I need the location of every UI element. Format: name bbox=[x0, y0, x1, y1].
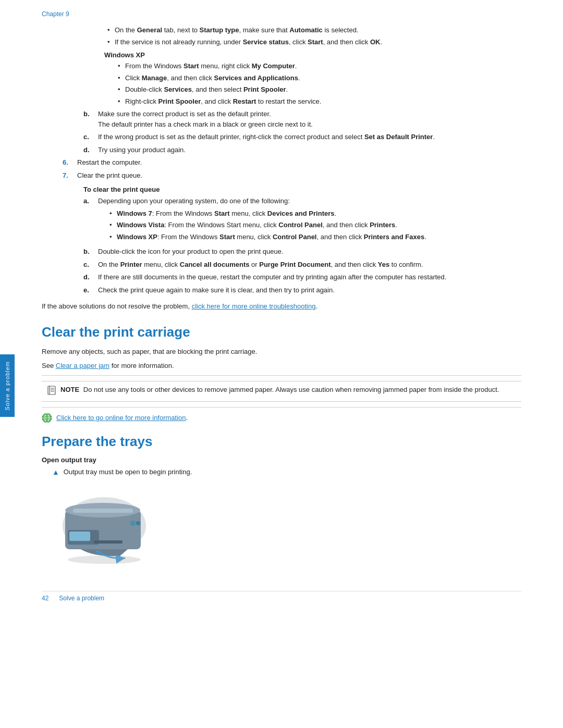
windows-xp-bullets: From the Windows Start menu, right click… bbox=[115, 61, 521, 106]
page: Chapter 9 Solve a problem On the General… bbox=[0, 0, 563, 633]
section1-see-row: See Clear a paper jam for more informati… bbox=[42, 361, 521, 371]
bullet-general-tab-1: On the General tab, next to Startup type… bbox=[104, 25, 521, 35]
sidebar-label: Solve a problem bbox=[4, 361, 10, 411]
open-output-tray-header: Open output tray bbox=[42, 456, 521, 464]
item-d-clear: d. If there are still documents in the q… bbox=[83, 272, 521, 282]
item-b-letter: b. bbox=[83, 109, 98, 129]
general-tab-bullets: On the General tab, next to Startup type… bbox=[104, 25, 521, 47]
item-b-clear-content: Double-click the icon for your product t… bbox=[98, 246, 521, 257]
os-win7: Windows 7: From the Windows Start menu, … bbox=[106, 208, 521, 219]
clear-queue-header: To clear the print queue bbox=[83, 186, 521, 193]
section2-title: Prepare the trays bbox=[42, 434, 521, 450]
triangle-icon: ▲ bbox=[52, 467, 59, 478]
note-icon bbox=[47, 386, 56, 397]
bullet-general-tab-2: If the service is not already running, u… bbox=[104, 37, 521, 47]
footer-label: Solve a problem bbox=[59, 595, 104, 602]
section1-title: Clear the print carriage bbox=[42, 324, 521, 340]
item-7-number: 7. bbox=[63, 170, 77, 181]
note-box: NOTE Do not use any tools or other devic… bbox=[42, 381, 521, 402]
item-7-content: Clear the print queue. bbox=[77, 170, 521, 181]
online-troubleshoot-link[interactable]: click here for more online troubleshooti… bbox=[192, 302, 316, 310]
note-content: NOTE Do not use any tools or other devic… bbox=[60, 386, 499, 393]
sidebar: Solve a problem bbox=[0, 354, 15, 417]
divider-2 bbox=[42, 407, 521, 408]
item-d-content: Try using your product again. bbox=[98, 145, 521, 155]
note-label: NOTE bbox=[60, 386, 79, 393]
online-info-row: Click here to go online for more informa… bbox=[42, 413, 521, 423]
os-vista: Windows Vista: From the Windows Start me… bbox=[106, 220, 521, 230]
item-6: 6. Restart the computer. bbox=[63, 157, 521, 168]
clear-paper-jam-link[interactable]: Clear a paper jam bbox=[56, 362, 109, 369]
item-b: b. Make sure the correct product is set … bbox=[83, 109, 521, 129]
item-6-number: 6. bbox=[63, 157, 77, 168]
svg-point-17 bbox=[130, 521, 136, 526]
wxp-bullet-3: Double-click Services, and then select P… bbox=[115, 84, 521, 95]
item-c: c. If the wrong product is set as the de… bbox=[83, 132, 521, 142]
wxp-bullet-1: From the Windows Start menu, right click… bbox=[115, 61, 521, 71]
item-e-clear: e. Check the print queue again to make s… bbox=[83, 285, 521, 295]
item-7: 7. Clear the print queue. bbox=[63, 170, 521, 181]
item-b-clear: b. Double-click the icon for your produc… bbox=[83, 246, 521, 257]
item-e-clear-letter: e. bbox=[83, 285, 98, 295]
item-c-clear-content: On the Printer menu, click Cancel all do… bbox=[98, 260, 521, 270]
printer-image-area bbox=[52, 484, 521, 570]
printer-image bbox=[52, 484, 156, 570]
globe-icon bbox=[42, 413, 52, 423]
footer: 42 Solve a problem bbox=[42, 591, 521, 602]
item-c-clear: c. On the Printer menu, click Cancel all… bbox=[83, 260, 521, 270]
item-d-clear-content: If there are still documents in the queu… bbox=[98, 272, 521, 282]
os-bullets: Windows 7: From the Windows Start menu, … bbox=[106, 208, 521, 242]
footer-page: 42 bbox=[42, 595, 48, 602]
item-d-letter: d. bbox=[83, 145, 98, 155]
wxp-bullet-2: Click Manage, and then click Services an… bbox=[115, 73, 521, 83]
online-troubleshoot-row: If the above solutions do not resolve th… bbox=[42, 301, 521, 312]
item-c-clear-letter: c. bbox=[83, 260, 98, 270]
online-info-link[interactable]: Click here to go online for more informa… bbox=[56, 414, 186, 422]
wxp-bullet-4: Right-click Print Spooler, and click Res… bbox=[115, 96, 521, 107]
section1-para1: Remove any objects, such as paper, that … bbox=[42, 347, 521, 357]
svg-rect-0 bbox=[48, 386, 55, 394]
item-b-content: Make sure the correct product is set as … bbox=[98, 109, 521, 129]
online-troubleshoot-suffix: . bbox=[315, 302, 317, 310]
item-e-clear-content: Check the print queue again to make sure… bbox=[98, 285, 521, 295]
item-d: d. Try using your product again. bbox=[83, 145, 521, 155]
item-d-clear-letter: d. bbox=[83, 272, 98, 282]
item-b-clear-letter: b. bbox=[83, 246, 98, 257]
item-a-content: Depending upon your operating system, do… bbox=[98, 196, 521, 244]
output-tray-bullet: ▲ Output tray must be open to begin prin… bbox=[52, 467, 521, 478]
item-6-content: Restart the computer. bbox=[77, 157, 521, 168]
svg-rect-16 bbox=[73, 509, 133, 513]
item-c-content: If the wrong product is set as the defau… bbox=[98, 132, 521, 142]
chapter-label: Chapter 9 bbox=[42, 10, 521, 18]
os-xp: Windows XP: From the Windows Start menu,… bbox=[106, 232, 521, 242]
svg-point-18 bbox=[136, 521, 140, 525]
output-tray-text: Output tray must be open to begin printi… bbox=[64, 467, 192, 477]
item-c-letter: c. bbox=[83, 132, 98, 142]
svg-rect-14 bbox=[69, 532, 90, 541]
online-troubleshoot-prefix: If the above solutions do not resolve th… bbox=[42, 302, 192, 310]
online-info-period: . bbox=[186, 414, 188, 422]
divider-1 bbox=[42, 375, 521, 376]
svg-rect-15 bbox=[94, 540, 123, 544]
windows-xp-header: Windows XP bbox=[104, 51, 521, 59]
item-a-letter: a. bbox=[83, 196, 98, 244]
item-a-clear: a. Depending upon your operating system,… bbox=[83, 196, 521, 244]
svg-point-19 bbox=[68, 556, 141, 564]
